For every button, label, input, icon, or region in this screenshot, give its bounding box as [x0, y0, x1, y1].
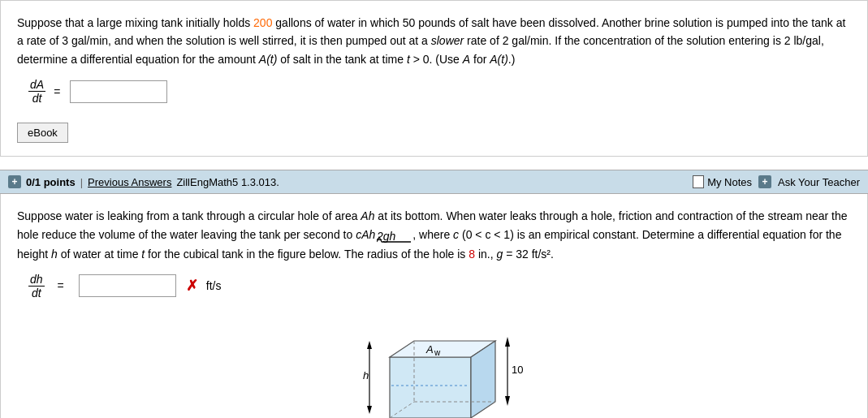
notes-icon: [693, 175, 704, 188]
equals-sign-1: =: [54, 85, 60, 98]
problem-1-text: Suppose that a large mixing tank initial…: [17, 14, 851, 68]
answer-input-1[interactable]: [70, 80, 167, 103]
fraction-dh-den: dt: [30, 287, 43, 299]
my-notes-label: My Notes: [707, 176, 752, 188]
problem1-condition: > 0. (Use: [410, 53, 463, 66]
answer-input-2[interactable]: [79, 274, 176, 297]
ask-plus-icon: +: [758, 175, 771, 188]
p2-text1: Suppose water is leaking from a tank thr…: [17, 209, 361, 222]
equals-sign-2: =: [58, 279, 64, 292]
p2-text8: = 32 ft/s².: [503, 248, 554, 261]
problem-2-text: Suppose water is leaking from a tank thr…: [17, 207, 851, 263]
var-Ah: Ah: [361, 209, 374, 222]
points-label: 0/1 points: [26, 176, 76, 188]
svg-marker-6: [390, 357, 471, 418]
fraction-numerator: dA: [28, 78, 45, 92]
var-At: A(t): [259, 53, 278, 66]
svg-marker-4: [367, 406, 372, 414]
problem-1-section: Suppose that a large mixing tank initial…: [0, 0, 868, 157]
header-right: My Notes + Ask Your Teacher: [693, 175, 860, 188]
plus-icon[interactable]: +: [8, 175, 21, 188]
problem1-text-end: of salt in the tank at time: [277, 53, 407, 66]
var-A2: A: [463, 53, 470, 66]
tank-figure-container: h A w 10 ft circular hole: [17, 312, 851, 418]
problem1-text-before: Suppose that a large mixing tank initial…: [17, 16, 253, 29]
highlight-200: 200: [253, 16, 272, 29]
var-h: h: [51, 248, 58, 261]
cond-end: for: [470, 53, 490, 66]
p2-range: (0 < c < 1): [459, 228, 517, 241]
svg-marker-3: [367, 341, 372, 349]
prev-answers-link[interactable]: Previous Answers: [88, 176, 171, 188]
fraction-denominator: dt: [31, 92, 44, 105]
italic-slower: slower: [431, 34, 464, 47]
svg-text:2gh: 2gh: [377, 230, 396, 243]
svg-marker-16: [505, 337, 510, 347]
separator: |: [80, 176, 83, 188]
p2-text5: of water at time: [58, 248, 141, 261]
ebook-button[interactable]: eBook: [17, 123, 68, 143]
cond-close: .): [508, 53, 516, 66]
fraction-dh-dt: dh dt: [28, 273, 45, 299]
header-left: + 0/1 points | Previous Answers ZillEngM…: [8, 175, 693, 188]
p2-text6: for the cubical tank in the figure below…: [145, 248, 469, 261]
p2-text7: in.,: [475, 248, 496, 261]
var-A3: A(t): [490, 53, 508, 66]
fraction-dh-num: dh: [28, 273, 45, 287]
highlight-8: 8: [469, 248, 475, 261]
svg-marker-17: [505, 396, 510, 406]
dh-equation-row: dh dt = ✗ ft/s: [25, 273, 851, 299]
incorrect-mark: ✗: [186, 277, 198, 295]
ask-teacher-button[interactable]: Ask Your Teacher: [778, 176, 860, 188]
svg-text:A: A: [425, 343, 434, 356]
unit-label: ft/s: [206, 279, 222, 292]
tank-figure-svg: h A w 10 ft circular hole: [345, 312, 524, 418]
svg-text:10 ft: 10 ft: [512, 364, 524, 376]
svg-text:h: h: [363, 369, 369, 381]
svg-text:w: w: [434, 348, 441, 357]
problem-2-header: + 0/1 points | Previous Answers ZillEngM…: [0, 170, 868, 194]
fraction-dA-dt: dA dt: [28, 78, 45, 105]
sqrt-expr: 2gh: [377, 226, 411, 244]
equation-row-1: dA dt =: [25, 78, 851, 105]
problem-id: ZillEngMath5 1.3.013.: [176, 176, 279, 188]
var-cAh: cAh: [356, 228, 375, 241]
my-notes-button[interactable]: My Notes: [693, 175, 752, 188]
p2-text3: , where: [412, 228, 453, 241]
problem-2-section: Suppose water is leaking from a tank thr…: [0, 194, 868, 418]
